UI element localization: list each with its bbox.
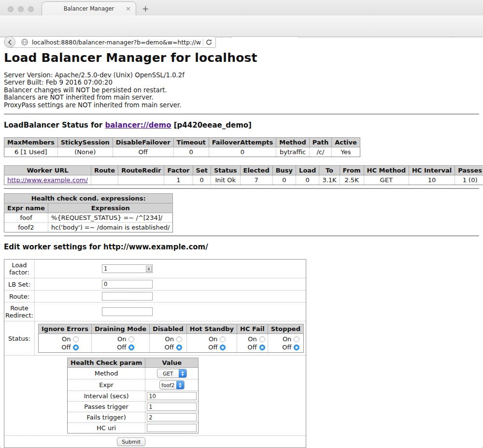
- on-label: On: [283, 335, 291, 343]
- method-selected-value: GET: [157, 369, 179, 377]
- off-label: Off: [208, 344, 217, 351]
- disabled-on-radio[interactable]: [176, 336, 182, 342]
- balancer-status-heading: LoadBalancer Status for balancer://demo …: [4, 121, 479, 130]
- col-failoverattempts: FailoverAttempts: [209, 138, 276, 147]
- off-label: Off: [61, 344, 71, 351]
- edit-worker-form: Load factor: LB Set: Route: Route Redire…: [4, 259, 306, 448]
- stopped-off-radio[interactable]: [294, 345, 299, 350]
- on-label: On: [165, 335, 173, 343]
- worker-table: Worker URL Route RouteRedir Factor Set S…: [4, 165, 483, 185]
- tab-balancer-manager[interactable]: Balancer Manager ×: [42, 1, 136, 15]
- tab-close-icon[interactable]: ×: [126, 5, 131, 13]
- col-worker-url: Worker URL: [4, 166, 91, 175]
- col-hot-standby: Hot Standby: [186, 324, 237, 334]
- col-timeout: Timeout: [173, 138, 209, 147]
- note-proxypass: ProxyPass settings are NOT inherited fro…: [4, 101, 479, 109]
- hc-expressions-table: Health check cond. expressions: Expr nam…: [4, 193, 173, 232]
- col-expr-name: Expr name: [4, 203, 48, 213]
- new-tab-button[interactable]: +: [142, 4, 149, 14]
- col-maxmembers: MaxMembers: [4, 138, 58, 147]
- number-spinner-icon[interactable]: [146, 266, 152, 272]
- page-title: Load Balancer Manager for localhost: [4, 51, 479, 65]
- balancer-heading-suffix: [p4420eeae_demo]: [171, 121, 252, 130]
- col-elected: Elected: [240, 166, 272, 175]
- expr-select[interactable]: foof2: [159, 380, 185, 390]
- ignore-errors-off-radio[interactable]: [73, 345, 79, 350]
- minimize-window-button[interactable]: [18, 6, 24, 12]
- balancer-link[interactable]: balancer://demo: [105, 121, 171, 130]
- passes-input[interactable]: [147, 403, 197, 411]
- close-window-button[interactable]: [8, 6, 14, 12]
- lb-set-label: LB Set:: [4, 278, 35, 290]
- interval-input[interactable]: [147, 392, 197, 400]
- worker-url-link[interactable]: http://www.example.com/: [7, 176, 88, 184]
- col-hc-interval: HC Interval: [409, 166, 455, 175]
- server-built: Server Built: Feb 9 2016 07:00:20: [4, 79, 479, 86]
- status-label: Status:: [4, 321, 35, 356]
- method-select[interactable]: GET: [157, 369, 187, 378]
- draining-mode-off-radio[interactable]: [128, 345, 134, 350]
- col-to: To: [319, 166, 340, 175]
- col-ignore-errors: Ignore Errors: [39, 324, 92, 334]
- ignore-errors-on-radio[interactable]: [73, 336, 79, 342]
- load-factor-input[interactable]: [102, 264, 153, 273]
- draining-mode-on-radio[interactable]: [128, 336, 134, 342]
- col-hc-param: Health Check param: [68, 358, 145, 368]
- balancer-heading-prefix: LoadBalancer Status for: [4, 121, 105, 130]
- disabled-off-radio[interactable]: [176, 345, 182, 350]
- hc-fail-off-radio[interactable]: [259, 345, 265, 350]
- back-button[interactable]: [4, 36, 15, 48]
- url-text[interactable]: localhost:8880/balancer-manager?b=demo&w…: [28, 39, 201, 46]
- load-factor-label: Load factor:: [4, 260, 35, 278]
- balancer-row: 6 [1 Used] (None) Off 0 0 bytraffic /c/ …: [4, 147, 360, 157]
- url-divider: [203, 38, 203, 46]
- status-table: Ignore Errors Draining Mode Disabled Hot…: [38, 324, 304, 353]
- route-redirect-input[interactable]: [102, 307, 153, 316]
- lb-set-input[interactable]: [102, 280, 153, 289]
- url-bar[interactable]: localhost:8880/balancer-manager?b=demo&w…: [10, 36, 216, 48]
- server-version: Server Version: Apache/2.5.0-dev (Unix) …: [4, 72, 479, 79]
- hc-uri-input[interactable]: [147, 424, 197, 432]
- worker-row: http://www.example.com/ 1 0 Init Ok 7 0 …: [4, 175, 483, 185]
- divider: [4, 114, 479, 115]
- hot-standby-on-radio[interactable]: [220, 336, 226, 342]
- select-stepper-icon: [176, 381, 184, 389]
- off-label: Off: [282, 344, 291, 351]
- col-routeredir: RouteRedir: [118, 166, 164, 175]
- browser-window: Balancer Manager × + localhost:8880/bala…: [0, 0, 483, 448]
- col-load: Load: [296, 166, 319, 175]
- col-path: Path: [309, 138, 331, 147]
- divider: [4, 235, 479, 236]
- col-stopped: Stopped: [268, 324, 303, 334]
- page-content: Load Balancer Manager for localhost Serv…: [0, 38, 483, 448]
- fails-label: Fails trigger): [68, 412, 145, 423]
- col-factor: Factor: [164, 166, 193, 175]
- col-stickysession: StickySession: [57, 138, 113, 147]
- expr-selected-value: foof2: [160, 381, 176, 389]
- route-redirect-label: Route Redirect:: [4, 303, 35, 321]
- route-input[interactable]: [102, 292, 153, 301]
- passes-label: Passes trigger: [68, 402, 145, 412]
- select-stepper-icon: [179, 369, 186, 377]
- note-persist: Balancer changes will NOT be persisted o…: [4, 87, 479, 94]
- hc-fail-on-radio[interactable]: [259, 336, 265, 342]
- hot-standby-off-radio[interactable]: [220, 345, 226, 350]
- navigation-toolbar: localhost:8880/balancer-manager?b=demo&w…: [0, 15, 483, 37]
- divider: [4, 188, 479, 189]
- interval-label: Interval (secs): [68, 391, 145, 402]
- col-draining-mode: Draining Mode: [91, 324, 149, 334]
- fails-input[interactable]: [147, 413, 197, 421]
- stopped-on-radio[interactable]: [294, 336, 299, 342]
- reload-icon[interactable]: [205, 39, 213, 46]
- server-info: Server Version: Apache/2.5.0-dev (Unix) …: [4, 72, 479, 109]
- submit-button[interactable]: Submit: [117, 437, 145, 446]
- expr-row: foof2 hc('body') =~ /domain is establish…: [4, 223, 173, 232]
- col-disablefailover: DisableFailover: [113, 138, 173, 147]
- window-controls[interactable]: [8, 6, 34, 12]
- health-check-table: Health Check param Value Method GET Expr: [67, 358, 199, 434]
- globe-icon[interactable]: [21, 38, 28, 46]
- col-busy: Busy: [272, 166, 296, 175]
- col-active: Active: [332, 138, 360, 147]
- off-label: Off: [165, 344, 174, 351]
- zoom-window-button[interactable]: [28, 6, 34, 12]
